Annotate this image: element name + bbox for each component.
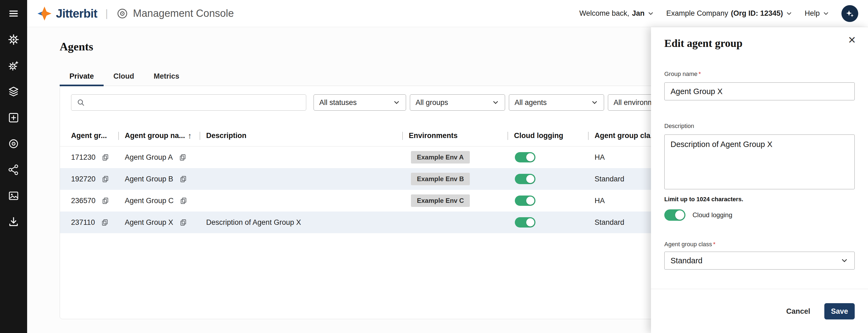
chevron-down-icon xyxy=(647,10,654,17)
close-icon[interactable]: ✕ xyxy=(848,35,856,45)
brand-name: Jitterbit xyxy=(56,7,97,20)
top-header: Jitterbit | Management Console Welcome b… xyxy=(27,0,868,27)
cloud-logging-label: Cloud logging xyxy=(692,211,733,219)
agent-group-id: 236570 xyxy=(71,197,95,205)
drawer-footer: Cancel Save xyxy=(664,301,855,322)
layers-icon[interactable] xyxy=(7,86,20,98)
agent-group-name: Agent Group A xyxy=(125,153,173,162)
new-window-icon[interactable] xyxy=(7,111,20,124)
page-title: Agents xyxy=(60,40,93,53)
search-box xyxy=(71,94,306,111)
environment-chip: Example Env B xyxy=(411,173,470,185)
group-name-field[interactable] xyxy=(664,82,855,100)
agent-group-name: Agent Group C xyxy=(125,197,174,205)
share-nodes-icon[interactable] xyxy=(7,164,20,176)
copy-icon xyxy=(180,197,187,205)
gear-icon[interactable] xyxy=(7,33,20,46)
agent-group-class-select[interactable]: Standard xyxy=(664,252,855,270)
header-right: Welcome back, Jan Example Company (Org I… xyxy=(579,5,858,22)
agent-group-class: Standard xyxy=(595,218,624,227)
column-header-description[interactable]: Description xyxy=(206,132,409,140)
cloud-logging-toggle[interactable] xyxy=(515,196,535,206)
gear-sparkle-icon[interactable] xyxy=(7,59,20,72)
agent-group-name: Agent Group X xyxy=(125,218,173,227)
status-filter-value: All statuses xyxy=(319,98,357,107)
group-name-label: Group name* xyxy=(664,70,701,77)
copy-button[interactable] xyxy=(179,175,187,183)
product-title: Management Console xyxy=(116,7,234,20)
status-filter-select[interactable]: All statuses xyxy=(314,94,406,111)
description-field[interactable] xyxy=(664,134,855,189)
copy-icon xyxy=(101,197,109,205)
copy-button[interactable] xyxy=(101,197,109,205)
jitterbit-logo-icon xyxy=(37,6,52,21)
chevron-down-icon xyxy=(840,257,848,265)
agent-group-name: Agent Group B xyxy=(125,175,173,183)
agent-group-id: 237110 xyxy=(71,218,95,227)
company-name: Example Company xyxy=(666,9,728,18)
agent-group-class-label: Agent group class* xyxy=(664,241,716,248)
copy-button[interactable] xyxy=(101,219,109,226)
org-menu[interactable]: Example Company (Org ID: 12345) xyxy=(666,9,793,18)
column-header-cloud-logging[interactable]: Cloud logging xyxy=(514,132,595,140)
agent-group-id: 192720 xyxy=(71,175,95,183)
copy-button[interactable] xyxy=(179,154,187,161)
search-input[interactable] xyxy=(89,95,301,110)
chevron-down-icon xyxy=(591,99,598,106)
agent-group-description: Description of Agent Group X xyxy=(206,218,301,227)
edit-agent-group-drawer: Edit agent group ✕ Group name* Descripti… xyxy=(651,27,868,333)
cloud-logging-toggle[interactable] xyxy=(664,209,685,221)
environment-chip: Example Env C xyxy=(411,194,470,207)
tab-bar: Private Cloud Metrics xyxy=(60,66,189,86)
drawer-footer-divider xyxy=(651,289,868,289)
environment-chip: Example Env A xyxy=(411,151,470,164)
description-label: Description xyxy=(664,123,694,130)
column-header-agent-group-id[interactable]: Agent gr... xyxy=(71,132,125,140)
tab-private[interactable]: Private xyxy=(60,66,104,86)
copy-button[interactable] xyxy=(180,197,187,205)
app-sidebar xyxy=(0,0,27,333)
agent-filter-select[interactable]: All agents xyxy=(509,94,604,111)
copy-icon xyxy=(101,175,109,183)
chevron-down-icon xyxy=(393,99,400,106)
column-header-environments[interactable]: Environments xyxy=(409,132,514,140)
cancel-button[interactable]: Cancel xyxy=(786,307,810,315)
group-filter-value: All groups xyxy=(415,98,448,107)
agent-group-class: HA xyxy=(595,197,605,205)
copy-button[interactable] xyxy=(101,154,109,161)
copy-button[interactable] xyxy=(101,175,109,183)
copy-button[interactable] xyxy=(179,219,187,226)
required-asterisk: * xyxy=(713,241,716,247)
chevron-down-icon xyxy=(785,10,793,17)
welcome-text: Welcome back, xyxy=(579,9,629,18)
tab-cloud[interactable]: Cloud xyxy=(104,66,144,86)
copy-icon xyxy=(101,154,109,161)
user-menu[interactable]: Welcome back, Jan xyxy=(579,9,654,18)
product-name: Management Console xyxy=(133,8,234,19)
sparkle-icon xyxy=(845,9,855,19)
management-console-icon xyxy=(116,7,129,20)
cloud-logging-toggle[interactable] xyxy=(515,152,535,162)
group-filter-select[interactable]: All groups xyxy=(410,94,505,111)
copy-icon xyxy=(179,154,187,161)
tab-metrics[interactable]: Metrics xyxy=(144,66,189,86)
jitterbit-brand[interactable]: Jitterbit xyxy=(37,6,97,21)
cloud-logging-toggle[interactable] xyxy=(515,174,535,184)
chevron-down-icon xyxy=(823,10,830,17)
agent-group-class: Standard xyxy=(595,175,624,183)
user-name: Jan xyxy=(632,9,645,18)
column-header-agent-group-name[interactable]: Agent group na...↑ xyxy=(125,131,206,140)
cloud-logging-toggle[interactable] xyxy=(515,217,535,228)
header-divider: | xyxy=(105,8,108,19)
image-icon[interactable] xyxy=(7,190,20,202)
save-button[interactable]: Save xyxy=(824,303,855,320)
disc-icon[interactable] xyxy=(7,137,20,150)
menu-icon[interactable] xyxy=(7,7,20,20)
download-icon[interactable] xyxy=(7,215,20,228)
help-label: Help xyxy=(805,9,820,18)
search-icon xyxy=(77,98,85,107)
help-menu[interactable]: Help xyxy=(805,9,830,18)
agent-group-id: 171230 xyxy=(71,153,95,162)
ai-assistant-button[interactable] xyxy=(841,5,858,22)
sort-asc-icon[interactable]: ↑ xyxy=(188,131,192,140)
